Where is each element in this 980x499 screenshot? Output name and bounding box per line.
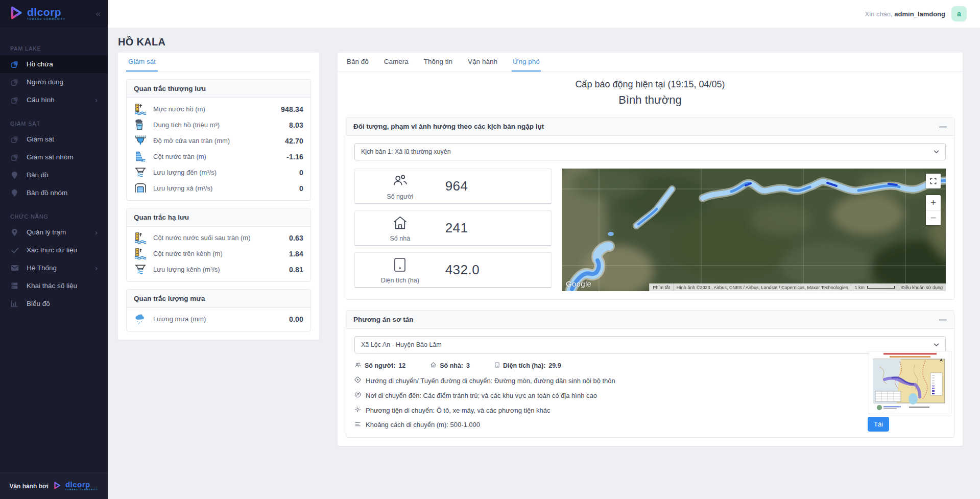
check-icon: [10, 246, 19, 254]
monitor-row-value: 0: [299, 184, 303, 193]
reservoir-icon: [134, 119, 147, 131]
monitor-row-label: Mực nước hồ (m): [153, 105, 205, 113]
monitor-row-value: 0.81: [289, 266, 303, 274]
monitor-row-label: Dung tích hồ (triệu m³): [153, 121, 220, 129]
evacuation-stat-label: Diện tích (ha):: [503, 362, 545, 369]
monitor-row: Lưu lượng đến (m³/s)0: [127, 164, 310, 180]
sidebar-item-label: Bản đồ nhóm: [27, 189, 67, 197]
monitor-row-value: 948.34: [281, 105, 303, 113]
impact-stat-card: Số người964: [354, 169, 552, 204]
sidebar: dlcorp TOWARD COMMUNITY « PAM LAKEHồ chứ…: [0, 0, 108, 499]
layers-icon: [10, 96, 19, 104]
tab-bản-đồ[interactable]: Bản đồ: [346, 53, 370, 72]
keyboard-shortcuts-link[interactable]: Phím tắt: [649, 283, 673, 291]
home-icon: [392, 215, 409, 233]
monitor-card-title: Quan trắc lượng mưa: [127, 290, 310, 308]
sidebar-item-giam-sat-nhom[interactable]: Giám sát nhóm: [0, 148, 108, 166]
monitor-cards: Quan trắc thượng lưuMực nước hồ (m)948.3…: [126, 79, 311, 331]
sidebar-item-ban-do-nhom[interactable]: Bản đồ nhóm: [0, 184, 108, 202]
area-icon: [392, 256, 408, 275]
collapse-minus-icon[interactable]: —: [939, 316, 947, 323]
sidebar-item-ban-do[interactable]: Bản đồ: [0, 166, 108, 184]
zoom-in-button[interactable]: +: [926, 195, 941, 210]
evacuation-stat-value: 12: [398, 362, 405, 369]
chevron-down-icon: [934, 150, 939, 154]
sidebar-item-quan-ly-tram[interactable]: Quản lý trạm›: [0, 223, 108, 241]
terms-link[interactable]: Điều khoản sử dụng: [898, 283, 946, 291]
topbar: Xin chào, admin_lamdong a: [108, 0, 980, 28]
monitor-row-label: Lưu lượng xả (m³/s): [153, 184, 212, 192]
tab-ứng-phó[interactable]: Ứng phó: [512, 53, 541, 72]
monitor-row-value: 0: [299, 169, 303, 177]
sidebar-item-label: Hệ Thống: [27, 264, 57, 272]
tab-camera[interactable]: Camera: [383, 53, 410, 72]
weir-icon: [134, 264, 147, 275]
location-select[interactable]: Xã Lộc An - Huyện Bảo Lâm: [354, 336, 946, 353]
sidebar-item-giam-sat[interactable]: Giám sát: [0, 130, 108, 148]
monitor-row: Lưu lượng xả (m³/s)0: [127, 180, 310, 196]
layers-icon: [10, 153, 19, 161]
sidebar-item-bieu-do[interactable]: Biểu đồ: [0, 295, 108, 313]
map-attribution: Hình ảnh ©2023 , Airbus, CNES / Airbus, …: [673, 283, 851, 291]
sidebar-item-nguoi-dung[interactable]: Người dùng: [0, 73, 108, 91]
monitor-row-label: Cột nước nước suối sau tràn (m): [153, 234, 251, 242]
monitor-card: Quan trắc thượng lưuMực nước hồ (m)948.3…: [126, 79, 311, 201]
monitor-card-title: Quan trắc thượng lưu: [127, 80, 310, 98]
satellite-terrain: [562, 169, 946, 291]
sidebar-collapse-icon[interactable]: «: [96, 9, 101, 19]
zoom-out-button[interactable]: −: [926, 210, 941, 225]
evacuation-map-thumbnail[interactable]: [869, 351, 951, 414]
sidebar-item-xac-thuc-du-lieu[interactable]: Xác thực dữ liệu: [0, 241, 108, 259]
tab-thông-tin[interactable]: Thông tin: [423, 53, 453, 72]
monitor-row: Cột nước tràn (m)-1.16: [127, 149, 310, 164]
monitor-row-value: -1.16: [286, 153, 303, 161]
monitor-card: Quan trắc hạ lưuCột nước nước suối sau t…: [126, 208, 311, 282]
chart-icon: [10, 299, 19, 308]
tab-giam-sat[interactable]: Giám sát: [126, 53, 158, 72]
dlcorp-play-icon: [53, 481, 61, 491]
people-icon: [354, 362, 362, 370]
evacuation-detail-text: Phương tiện di chuyển: Ô tô, xe máy, và …: [366, 407, 551, 414]
evacuation-detail-text: Khoảng cách di chuyển (m): 500-1.000: [366, 421, 480, 429]
impact-card: Đối tượng, phạm vi ảnh hưởng theo các kị…: [346, 117, 954, 300]
rain-icon: [134, 314, 147, 324]
brand-logo[interactable]: dlcorp TOWARD COMMUNITY: [8, 5, 65, 22]
username: admin_lamdong: [894, 10, 945, 18]
monitor-row-value: 0.00: [289, 315, 303, 323]
page-title: HỒ KALA: [118, 36, 165, 48]
alert-level: Bình thường: [338, 93, 963, 107]
tab-vận-hành[interactable]: Vận hành: [467, 53, 498, 72]
evacuation-detail-row: Khoảng cách di chuyển (m): 500-1.000: [354, 421, 855, 429]
flood-map[interactable]: + − Google Phím tắt Hình ảnh ©2023 , Air…: [562, 169, 946, 291]
map-zoom-controls: + −: [926, 195, 941, 225]
monitor-row-label: Cột nước tràn (m): [153, 153, 206, 160]
gate-icon: [134, 135, 147, 147]
monitor-row: Mực nước hồ (m)948.34: [127, 101, 310, 117]
sidebar-item-label: Xác thực dữ liệu: [27, 246, 77, 254]
sidebar-item-label: Giám sát nhóm: [27, 153, 74, 161]
scale-bar: [867, 286, 895, 289]
evacuation-card-header: Phương án sơ tán —: [346, 311, 954, 329]
chevron-right-icon: ›: [95, 96, 98, 104]
evacuation-details: Hướng di chuyển/ Tuyến đường di chuyển: …: [354, 376, 946, 429]
monitor-row-label: Độ mở cửa van tràn (mm): [153, 137, 230, 145]
monitor-row: Lượng mưa (mm)0.00: [127, 311, 310, 327]
impact-stat-card: Số nhà241: [354, 210, 552, 246]
impact-stat-label: Diện tích (ha): [381, 277, 419, 284]
scenario-select[interactable]: Kịch bản 1: Xả lũ thường xuyên: [354, 143, 946, 160]
download-button[interactable]: Tải: [868, 417, 889, 432]
impact-stat-card: Diện tích (ha)432.0: [354, 252, 552, 288]
monitor-row-label: Lưu lượng kênh (m³/s): [153, 266, 220, 273]
evacuation-detail-row: Hướng di chuyển/ Tuyến đường di chuyển: …: [354, 376, 855, 385]
layers-icon: [10, 135, 19, 144]
sidebar-item-khai-thac-so-lieu[interactable]: Khai thác số liệu: [0, 277, 108, 295]
sidebar-item-he-thong[interactable]: Hệ Thống›: [0, 259, 108, 277]
sidebar-item-ho-chua[interactable]: Hồ chứa: [0, 55, 108, 73]
google-logo[interactable]: Google: [566, 279, 591, 288]
sidebar-item-cau-hinh[interactable]: Cấu hình›: [0, 91, 108, 109]
collapse-minus-icon[interactable]: —: [939, 123, 947, 130]
fullscreen-button[interactable]: [926, 174, 941, 188]
mail-icon: [10, 264, 19, 272]
avatar[interactable]: a: [951, 6, 967, 21]
greeting-text: Xin chào, admin_lamdong: [865, 10, 945, 18]
